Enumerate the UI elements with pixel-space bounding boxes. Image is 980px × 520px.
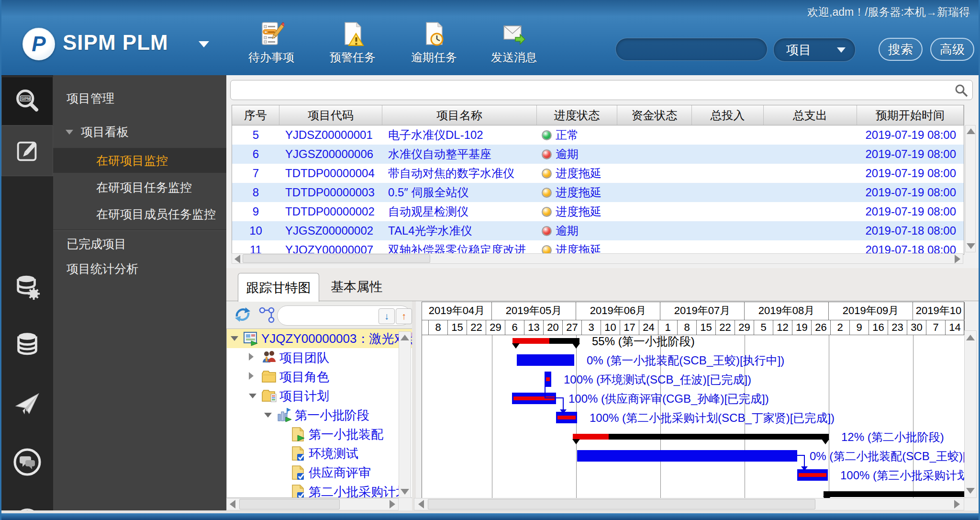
scroll-down-icon[interactable]	[401, 489, 409, 495]
table-row[interactable]: 7TDTDP00000004带自动对焦的数字水准仪进度拖延2019-07-19 …	[232, 164, 964, 183]
column-header[interactable]: 序号	[232, 105, 279, 125]
column-header[interactable]: 项目代码	[279, 105, 382, 125]
paper-plane-icon[interactable]	[1, 390, 53, 420]
gantt-task-bar[interactable]	[517, 354, 574, 366]
sidebar-item-finished-projects[interactable]: 已完成项目	[53, 231, 226, 256]
tree-item-label: 第二小批采购计划	[307, 484, 408, 498]
gantt-horizontal-scrollbar[interactable]	[414, 498, 964, 510]
sidebar-item-active-project-monitor[interactable]: 在研项目监控	[53, 148, 226, 173]
scroll-left-icon[interactable]	[234, 255, 240, 263]
tree-item[interactable]: 环境测试	[227, 444, 412, 463]
table-row[interactable]: 6YJGSZ00000006水准仪自动整平基座逾期2019-07-19 08:0…	[232, 145, 964, 164]
table-cell: 2019-07-18 08:00	[857, 240, 964, 254]
tab-gantt[interactable]: 跟踪甘特图	[238, 273, 319, 302]
toolbar-item-overdue[interactable]: 逾期任务	[401, 21, 468, 65]
pane-splitter[interactable]	[412, 301, 416, 510]
database-gear-icon[interactable]	[1, 272, 53, 302]
search-category-select[interactable]: 项目	[773, 38, 856, 62]
edit-monitor-icon[interactable]	[1, 125, 53, 176]
scrollbar-thumb[interactable]	[428, 499, 815, 509]
tree-item[interactable]: 项目计划	[227, 386, 412, 406]
sidebar-group-project-board[interactable]: 项目看板	[53, 119, 226, 144]
tree-item[interactable]: 第一小批阶段	[227, 406, 412, 425]
gantt-summary-bar[interactable]	[512, 338, 579, 344]
tree-item[interactable]: 第二小批采购计划	[227, 482, 412, 498]
find-next-button[interactable]: ↓	[379, 308, 395, 324]
scroll-down-icon[interactable]	[966, 488, 975, 494]
task-done-icon	[290, 446, 307, 461]
hierarchy-icon[interactable]	[258, 306, 275, 326]
table-cell: 水准仪自动整平基座	[382, 145, 537, 164]
tree-item[interactable]: YJQZY00000003：激光对点	[227, 329, 412, 348]
scroll-up-icon[interactable]	[967, 128, 975, 134]
column-header[interactable]: 预期开始时间	[857, 105, 964, 125]
scroll-left-icon[interactable]	[418, 500, 424, 509]
global-search-input[interactable]	[615, 38, 768, 61]
sidebar-item-active-task-monitor[interactable]: 在研项目任务监控	[53, 175, 226, 200]
scroll-up-icon[interactable]	[401, 335, 409, 340]
scroll-up-icon[interactable]	[966, 335, 975, 340]
column-header[interactable]: 进度状态	[537, 105, 617, 125]
toolbar-item-label: 待办事项	[238, 50, 305, 65]
chevron-down-icon[interactable]	[264, 411, 277, 419]
chevron-down-icon[interactable]	[249, 392, 261, 400]
gantt-vertical-scrollbar[interactable]	[964, 330, 977, 498]
toolbar-item-send[interactable]: 发送消息	[480, 21, 547, 65]
table-row[interactable]: 5YJDSZ00000001电子水准仪DL-102正常2019-07-19 08…	[232, 125, 964, 145]
scrollbar-thumb[interactable]	[239, 499, 340, 509]
refresh-icon[interactable]	[233, 305, 252, 326]
gantt-summary-bar[interactable]	[573, 434, 829, 440]
chat-icon[interactable]	[1, 448, 53, 478]
table-horizontal-scrollbar[interactable]	[232, 253, 963, 264]
find-prev-button[interactable]: ↑	[396, 308, 412, 324]
tree-vertical-scrollbar[interactable]	[399, 331, 411, 498]
table-cell: 2019-07-19 08:00	[857, 202, 964, 221]
database-icon[interactable]	[1, 331, 53, 361]
search-button[interactable]: 搜索	[879, 38, 923, 61]
sidebar-item-project-stats[interactable]: 项目统计分析	[53, 256, 226, 281]
chevron-right-icon[interactable]	[249, 353, 261, 362]
scroll-right-icon[interactable]	[955, 255, 960, 263]
tab-properties[interactable]: 基本属性	[318, 273, 395, 301]
sipm-search-icon[interactable]: SIPM	[1, 77, 53, 125]
app-logo[interactable]: P	[22, 28, 55, 60]
toolbar-item-warning[interactable]: 预警任务	[319, 21, 386, 65]
gantt-task-bar[interactable]	[577, 450, 797, 462]
table-filter-input[interactable]	[230, 80, 973, 100]
table-row[interactable]: 9TDTDP00000002自动观星检测仪进度拖延2019-07-19 08:0…	[232, 202, 964, 221]
table-row[interactable]: 8TDTDP000000030.5″ 伺服全站仪进度拖延2019-07-19 0…	[232, 183, 964, 202]
tree-item[interactable]: 项目团队	[227, 348, 412, 367]
chevron-down-icon[interactable]	[199, 41, 209, 47]
chevron-down-icon[interactable]	[231, 334, 243, 343]
tree-item[interactable]: 第一小批装配	[227, 425, 412, 444]
column-header[interactable]: 项目名称	[382, 105, 537, 125]
scroll-right-icon[interactable]	[390, 500, 395, 509]
scroll-right-icon[interactable]	[954, 500, 960, 509]
scrollbar-thumb[interactable]	[243, 254, 430, 263]
tree-item-label: 项目角色	[278, 369, 329, 385]
column-header[interactable]: 总支出	[764, 105, 857, 125]
tree-horizontal-scrollbar[interactable]	[226, 498, 399, 510]
column-header[interactable]: 总投入	[692, 105, 764, 125]
table-vertical-scrollbar[interactable]	[965, 125, 976, 252]
sidebar-item-member-task-monitor[interactable]: 在研项目成员任务监控	[53, 202, 226, 226]
column-header[interactable]: 资金状态	[617, 105, 692, 125]
tree-item[interactable]: 供应商评审	[227, 463, 412, 482]
table-row[interactable]: 11YJQZY00000007双轴补偿器零位稳定度改进进度拖延2019-07-1…	[232, 240, 964, 254]
tree-item[interactable]: 项目角色	[227, 367, 412, 386]
search-icon[interactable]	[955, 84, 968, 97]
sidebar-item-project-manage[interactable]: 项目管理	[53, 86, 226, 111]
gantt-task-bar[interactable]	[797, 469, 828, 481]
toolbar-item-todo[interactable]: 待办事项	[238, 21, 305, 65]
gantt-task-bar[interactable]	[545, 372, 551, 387]
gantt-task-bar[interactable]	[512, 393, 556, 404]
table-cell: 进度拖延	[537, 183, 617, 202]
table-row[interactable]: 10YJGSZ00000002TAL4光学水准仪逾期2019-07-18 08:…	[232, 221, 964, 240]
scroll-left-icon[interactable]	[230, 500, 235, 509]
chevron-right-icon[interactable]	[249, 372, 261, 382]
scroll-down-icon[interactable]	[967, 243, 975, 249]
advanced-search-button[interactable]: 高级	[930, 38, 974, 61]
gantt-task-bar[interactable]	[556, 412, 577, 423]
gantt-week-cell: 29	[486, 320, 505, 335]
gantt-summary-bar[interactable]	[824, 491, 964, 497]
